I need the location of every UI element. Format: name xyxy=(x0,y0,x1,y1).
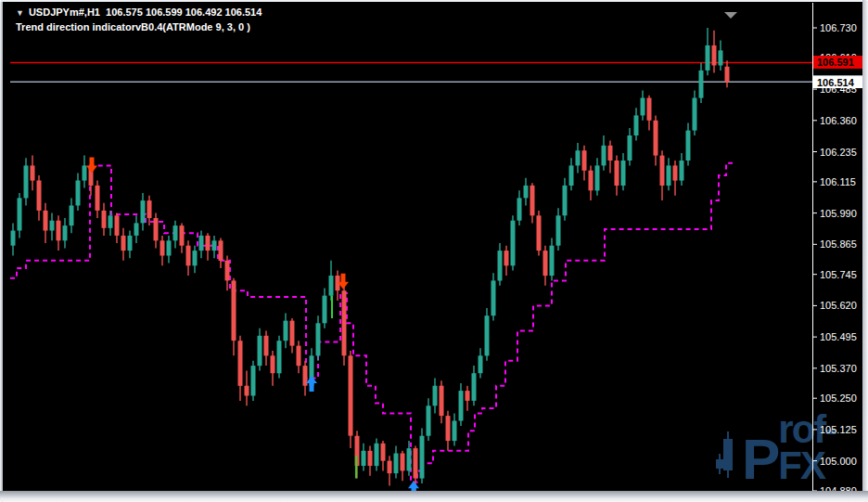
svg-text:105.125: 105.125 xyxy=(820,424,857,435)
signal-arrows xyxy=(86,157,419,496)
horizontal-price-lines[interactable] xyxy=(10,62,812,82)
window-frame-top xyxy=(0,0,868,2)
chart-window: Prof-FX 106.730106.610106.485106.360106.… xyxy=(0,0,868,502)
svg-text:105.620: 105.620 xyxy=(820,300,857,311)
collapse-ohlc-icon[interactable]: ▼ xyxy=(16,8,24,18)
symbol-period-label: USDJPYm#,H1 xyxy=(29,6,100,18)
svg-text:106.730: 106.730 xyxy=(820,22,857,33)
ohlc-quotes-label: 106.575 106.599 106.492 106.514 xyxy=(106,6,262,18)
candles-layer xyxy=(11,28,730,491)
svg-text:106.235: 106.235 xyxy=(820,147,857,158)
window-frame-left xyxy=(0,0,3,502)
svg-text:105.250: 105.250 xyxy=(820,393,857,404)
svg-text:105.990: 105.990 xyxy=(820,208,857,219)
window-frame-bottom xyxy=(0,491,868,502)
alert-price-tag: 106.591 xyxy=(813,56,866,69)
last-price-tag: 106.514 xyxy=(813,75,866,88)
chart-shift-marker[interactable] xyxy=(724,12,737,19)
svg-text:106.115: 106.115 xyxy=(820,176,856,187)
svg-text:105.495: 105.495 xyxy=(820,331,857,342)
svg-text:105.865: 105.865 xyxy=(820,238,857,250)
svg-text:105.000: 105.000 xyxy=(820,456,857,467)
sell-arrow-icon xyxy=(86,157,97,173)
trend-indicator-line xyxy=(10,163,733,483)
svg-text:105.370: 105.370 xyxy=(820,363,857,374)
chart-title: ▼USDJPYm#,H1 106.575 106.599 106.492 106… xyxy=(16,6,262,18)
window-frame-right xyxy=(862,0,868,502)
price-chart[interactable]: 106.730106.610106.485106.360106.235106.1… xyxy=(0,0,868,502)
indicator-name-label: Trend direction indicatorvB0.4(ATRMode 9… xyxy=(16,21,250,32)
svg-text:105.745: 105.745 xyxy=(820,269,857,280)
svg-text:106.360: 106.360 xyxy=(820,115,857,126)
